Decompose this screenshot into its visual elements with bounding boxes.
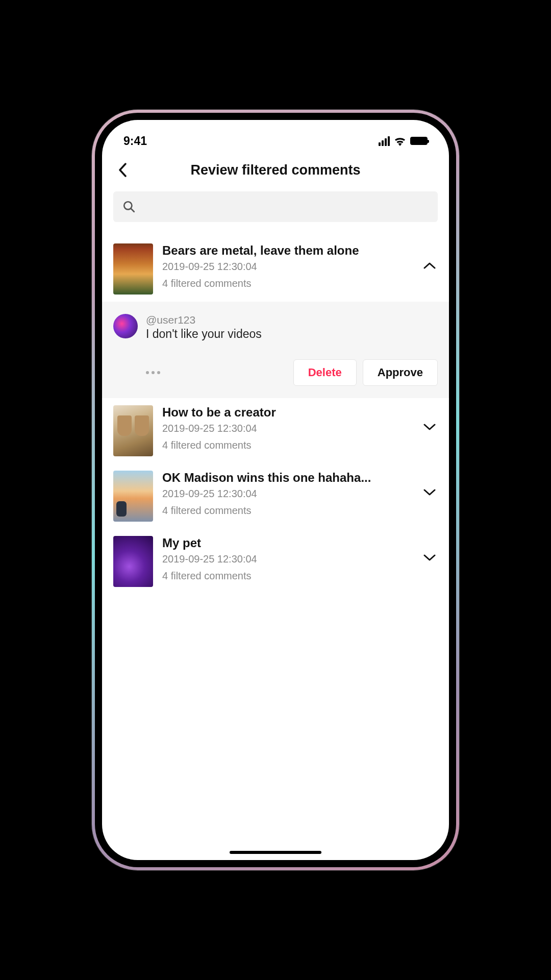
video-thumbnail [113, 471, 153, 522]
phone-frame: 9:41 Review filtered comments Bears are … [92, 110, 459, 870]
video-filtered-count: 4 filtered comments [162, 570, 412, 582]
video-thumbnail [113, 405, 153, 456]
collapse-button[interactable] [421, 262, 438, 269]
back-button[interactable] [113, 161, 132, 179]
comment-actions: Delete Approve [113, 359, 438, 386]
chevron-down-icon [423, 489, 436, 496]
comment-body: @user123 I don't like your videos [146, 314, 438, 341]
video-date: 2019-09-25 12:30:04 [162, 423, 412, 434]
video-item[interactable]: How to be a creator 2019-09-25 12:30:04 … [102, 398, 449, 463]
video-thumbnail [113, 243, 153, 295]
comment-text: I don't like your videos [146, 327, 438, 341]
video-info: How to be a creator 2019-09-25 12:30:04 … [162, 405, 412, 451]
comment-row: @user123 I don't like your videos [113, 314, 438, 341]
expand-button[interactable] [421, 489, 438, 496]
video-info: Bears are metal, leave them alone 2019-0… [162, 243, 412, 289]
status-bar: 9:41 [102, 120, 449, 153]
video-filtered-count: 4 filtered comments [162, 278, 412, 289]
home-indicator[interactable] [230, 851, 321, 854]
comment-panel: @user123 I don't like your videos Delete… [102, 302, 449, 398]
delete-button[interactable]: Delete [293, 359, 357, 386]
video-title: Bears are metal, leave them alone [162, 243, 412, 258]
cellular-icon [379, 136, 390, 146]
video-info: My pet 2019-09-25 12:30:04 4 filtered co… [162, 536, 412, 582]
search-input[interactable] [113, 191, 438, 222]
video-filtered-count: 4 filtered comments [162, 439, 412, 451]
video-title: My pet [162, 536, 412, 550]
video-item[interactable]: Bears are metal, leave them alone 2019-0… [102, 236, 449, 302]
video-date: 2019-09-25 12:30:04 [162, 553, 412, 565]
video-date: 2019-09-25 12:30:04 [162, 261, 412, 273]
search-icon [122, 200, 136, 213]
video-info: OK Madison wins this one hahaha... 2019-… [162, 471, 412, 517]
video-title: How to be a creator [162, 405, 412, 420]
chevron-down-icon [423, 424, 436, 431]
expand-button[interactable] [421, 554, 438, 561]
video-item[interactable]: My pet 2019-09-25 12:30:04 4 filtered co… [102, 529, 449, 594]
chevron-down-icon [423, 554, 436, 561]
video-thumbnail [113, 536, 153, 587]
phone-bezel: 9:41 Review filtered comments Bears are … [95, 113, 456, 867]
battery-icon [410, 137, 428, 145]
expand-button[interactable] [421, 424, 438, 431]
video-filtered-count: 4 filtered comments [162, 505, 412, 517]
avatar[interactable] [113, 314, 138, 338]
chevron-up-icon [423, 262, 436, 269]
page-title: Review filtered comments [102, 162, 449, 178]
comment-username[interactable]: @user123 [146, 314, 438, 326]
header: Review filtered comments [102, 153, 449, 191]
screen: 9:41 Review filtered comments Bears are … [102, 120, 449, 860]
svg-line-1 [131, 209, 134, 212]
approve-button[interactable]: Approve [363, 359, 438, 386]
status-time: 9:41 [123, 134, 147, 148]
chevron-left-icon [118, 163, 127, 177]
video-item[interactable]: OK Madison wins this one hahaha... 2019-… [102, 463, 449, 529]
wifi-icon [394, 136, 406, 146]
more-button[interactable] [146, 371, 160, 374]
video-title: OK Madison wins this one hahaha... [162, 471, 412, 485]
video-date: 2019-09-25 12:30:04 [162, 488, 412, 500]
status-icons [379, 136, 428, 146]
